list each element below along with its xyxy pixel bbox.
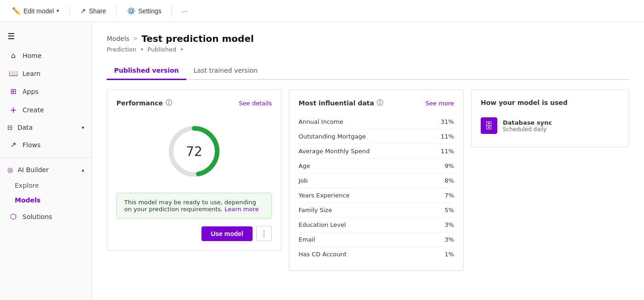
data-row: Years Experience 7% <box>299 188 454 203</box>
sidebar-item-home[interactable]: ⌂ Home <box>0 46 92 64</box>
usage-items-list: 🗄 Database sync Scheduled daily <box>481 114 620 138</box>
data-row: Family Size 5% <box>299 203 454 218</box>
data-row-name: Age <box>299 162 310 169</box>
more-options-dots-button[interactable]: ⋮ <box>256 226 272 241</box>
sidebar-create-label: Create <box>23 106 44 114</box>
data-row: Annual Income 31% <box>299 115 454 129</box>
solutions-icon: ⬡ <box>9 212 18 221</box>
toolbar-divider-1 <box>69 6 70 16</box>
donut-chart: 72 <box>167 124 222 179</box>
breadcrumb: Models > Test prediction model <box>107 33 629 44</box>
use-model-button[interactable]: Use model <box>201 226 253 241</box>
learn-icon: 📖 <box>9 69 18 78</box>
flows-icon: ↗ <box>9 140 18 149</box>
hamburger-menu[interactable]: ☰ <box>0 26 92 46</box>
model-status: Published <box>148 46 177 53</box>
cards-row: Performance ⓘ See details <box>107 89 629 271</box>
sidebar-item-data[interactable]: ⊟ Data ▾ <box>0 119 92 136</box>
sidebar-data-label: Data <box>17 124 33 131</box>
influential-data-list: Annual Income 31% Outstanding Mortgage 1… <box>299 115 454 261</box>
aibuilder-collapse-icon: ▴ <box>81 167 84 173</box>
see-more-link[interactable]: See more <box>426 100 454 107</box>
page-title: Test prediction model <box>141 33 253 44</box>
data-row-name: Job <box>299 177 308 184</box>
data-row-name: Education Level <box>299 221 346 228</box>
models-label: Models <box>15 196 40 204</box>
influential-info-icon[interactable]: ⓘ <box>377 99 383 107</box>
data-row: Email 3% <box>299 232 454 247</box>
model-type: Prediction <box>107 46 137 53</box>
subtitle-sep2: • <box>180 46 184 53</box>
edit-icon: ✏️ <box>12 7 21 15</box>
edit-chevron-icon: ▾ <box>57 8 59 14</box>
data-row-pct: 1% <box>444 251 454 258</box>
dots-icon: ⋮ <box>260 230 268 237</box>
influential-card-header: Most influential data ⓘ See more <box>299 99 454 107</box>
toolbar: ✏️ Edit model ▾ ↗ Share ⚙️ Settings ··· <box>0 0 644 22</box>
sidebar-item-solutions[interactable]: ⬡ Solutions <box>0 208 92 225</box>
usage-item[interactable]: 🗄 Database sync Scheduled daily <box>481 114 620 138</box>
edit-model-label: Edit model <box>23 7 54 15</box>
tab-published[interactable]: Published version <box>107 62 186 80</box>
data-row-pct: 8% <box>444 177 454 184</box>
sidebar-sub-explore[interactable]: Explore <box>0 178 92 193</box>
sidebar-solutions-label: Solutions <box>23 213 52 220</box>
tab-bar: Published version Last trained version <box>107 62 629 80</box>
sidebar-item-learn[interactable]: 📖 Learn <box>0 64 92 82</box>
data-row-pct: 3% <box>444 236 454 243</box>
performance-card: Performance ⓘ See details <box>107 89 282 251</box>
main-layout: ☰ ⌂ Home 📖 Learn ⊞ Apps + Create ⊟ Data … <box>0 22 644 300</box>
data-row-name: Annual Income <box>299 118 343 125</box>
page-subtitle: Prediction • Published • <box>107 46 629 53</box>
hamburger-icon: ☰ <box>7 31 15 41</box>
data-row-name: Outstanding Mortgage <box>299 133 366 140</box>
data-row-pct: 5% <box>444 207 454 213</box>
see-details-link[interactable]: See details <box>239 100 272 107</box>
tab-trained[interactable]: Last trained version <box>186 62 265 80</box>
performance-title: Performance ⓘ <box>116 99 172 107</box>
sidebar-learn-label: Learn <box>23 70 40 77</box>
data-row: Age 9% <box>299 159 454 173</box>
data-row: Job 8% <box>299 173 454 188</box>
data-row-pct: 3% <box>444 221 454 228</box>
data-row-name: Family Size <box>299 207 332 213</box>
more-options-button[interactable]: ··· <box>178 5 192 17</box>
settings-button[interactable]: ⚙️ Settings <box>122 4 167 18</box>
share-button[interactable]: ↗ Share <box>75 4 110 18</box>
sidebar: ☰ ⌂ Home 📖 Learn ⊞ Apps + Create ⊟ Data … <box>0 22 92 300</box>
breadcrumb-parent[interactable]: Models <box>107 35 129 42</box>
database-icon: 🗄 <box>481 117 497 134</box>
performance-label: Performance <box>116 99 163 107</box>
toolbar-divider-2 <box>116 6 117 16</box>
data-row: Has CD Account 1% <box>299 247 454 261</box>
performance-info-box: This model may be ready to use, dependin… <box>116 193 272 219</box>
usage-card-header: How your model is used <box>481 99 620 106</box>
performance-card-header: Performance ⓘ See details <box>116 99 272 107</box>
usage-card: How your model is used 🗄 Database sync S… <box>471 89 629 147</box>
influential-card: Most influential data ⓘ See more Annual … <box>289 89 464 271</box>
usage-item-name: Database sync <box>503 119 552 126</box>
learn-more-link[interactable]: Learn more <box>224 206 259 213</box>
share-icon: ↗ <box>80 7 86 15</box>
performance-info-icon[interactable]: ⓘ <box>166 99 172 107</box>
sidebar-sub-models[interactable]: Models <box>0 193 92 208</box>
toolbar-divider-3 <box>172 6 172 16</box>
data-row: Outstanding Mortgage 11% <box>299 129 454 144</box>
sidebar-item-flows[interactable]: ↗ Flows <box>0 136 92 154</box>
settings-label: Settings <box>138 7 162 15</box>
subtitle-sep1: • <box>140 46 144 53</box>
sidebar-item-create[interactable]: + Create <box>0 100 92 119</box>
usage-item-info: Database sync Scheduled daily <box>503 119 552 133</box>
settings-icon: ⚙️ <box>127 7 136 15</box>
sidebar-flows-label: Flows <box>23 141 40 149</box>
home-icon: ⌂ <box>9 51 18 60</box>
sidebar-item-apps[interactable]: ⊞ Apps <box>0 82 92 100</box>
sidebar-item-aibuilder[interactable]: ◎ AI Builder ▴ <box>0 162 92 178</box>
more-icon: ··· <box>182 7 188 15</box>
edit-model-button[interactable]: ✏️ Edit model ▾ <box>7 4 64 18</box>
sidebar-home-label: Home <box>23 52 41 59</box>
data-row-name: Years Experience <box>299 192 350 199</box>
data-row-name: Email <box>299 236 315 243</box>
sidebar-aibuilder-label: AI Builder <box>17 166 49 173</box>
content-area: Models > Test prediction model Predictio… <box>92 22 644 300</box>
